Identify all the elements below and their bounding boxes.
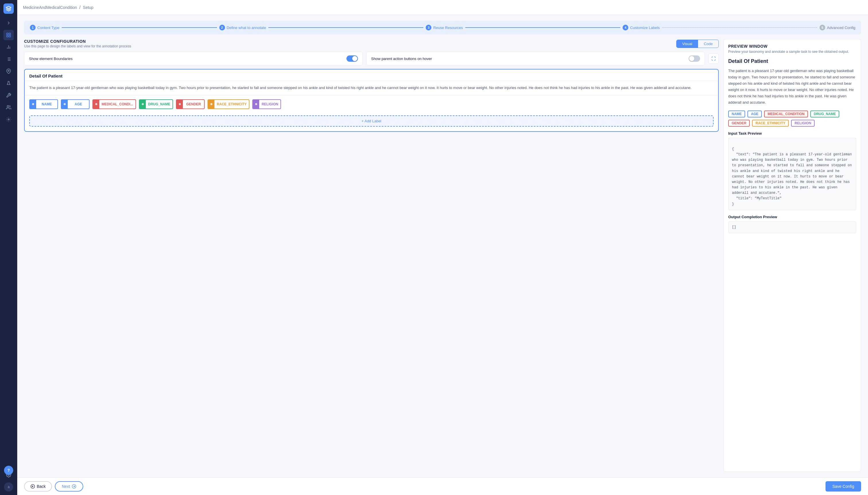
step-line-1 [62, 27, 217, 28]
editor-text: The patient is a pleasant 17-year-old ge… [25, 81, 718, 95]
label-text-age: AGE [68, 101, 89, 107]
preview-tag-religion[interactable]: RELIGION [791, 120, 815, 126]
view-code-button[interactable]: Code [698, 40, 718, 48]
help-button[interactable]: ? [4, 466, 13, 475]
step-1[interactable]: 1 Content Type [30, 25, 59, 31]
preview-text: The patient is a pleasant 17-year-old ge… [728, 68, 856, 106]
collapse-sidebar-button[interactable] [3, 18, 14, 28]
preview-content-title: Detail Of Patient [728, 58, 856, 64]
output-preview-label: Output Completion Preview [728, 215, 856, 219]
sidebar-item-location[interactable] [3, 66, 14, 76]
step-4[interactable]: 4 Customize Labels [623, 25, 660, 31]
fullscreen-button[interactable] [708, 53, 719, 64]
label-chip-medical[interactable]: ⊛ MEDICAL_CONDI... [92, 99, 136, 109]
editor-section-title: Detail Of Patient [25, 69, 718, 81]
step-2[interactable]: 2 Define what to annotate [219, 25, 266, 31]
steps-bar: 1 Content Type 2 Define what to annotate… [24, 21, 861, 34]
output-preview-code: [] [728, 221, 856, 233]
svg-rect-1 [9, 33, 11, 34]
label-text-drug: DRUG_NAME [146, 101, 173, 107]
label-text-religion: RELIGION [259, 101, 280, 107]
step-2-label: Define what to annotate [227, 25, 266, 30]
svg-point-14 [7, 105, 9, 107]
view-visual-button[interactable]: Visual [677, 40, 698, 48]
back-button[interactable]: Back [24, 481, 52, 492]
label-chip-drug[interactable]: ⊛ DRUG_NAME [139, 99, 173, 109]
step-2-num: 2 [219, 25, 225, 31]
step-5[interactable]: 5 Advanced Config [819, 25, 855, 31]
breadcrumb-current: Setup [83, 5, 93, 10]
label-icon-religion: ⊛ [253, 100, 259, 108]
label-icon-drug: ⊛ [139, 100, 146, 108]
main-container: MedicineAndMedicalCondition / Setup 1 Co… [17, 0, 868, 495]
breadcrumb-separator: / [79, 5, 80, 10]
breadcrumb-project[interactable]: MedicineAndMedicalCondition [23, 5, 77, 10]
sidebar-item-analytics[interactable] [3, 42, 14, 52]
next-button[interactable]: Next [55, 481, 83, 492]
svg-rect-2 [9, 36, 11, 37]
toggle-boundaries-label: Show element Boundaries [29, 56, 73, 61]
label-text-gender: GENDER [183, 101, 204, 107]
label-icon-medical: ⊛ [93, 100, 99, 108]
label-text-name: NAME [36, 101, 57, 107]
toggle-hover-label: Show parent action buttons on hover [371, 56, 432, 61]
preview-subtitle: Preview your taxonomy and annotate a sam… [728, 50, 856, 54]
step-3[interactable]: 3 Reuse Resources [426, 25, 463, 31]
panel-title: CUSTOMIZE CONFIGURATION [24, 39, 131, 44]
step-line-2 [268, 27, 423, 28]
step-4-num: 4 [623, 25, 628, 31]
svg-rect-0 [6, 33, 8, 34]
label-icon-race: ⊛ [208, 100, 214, 108]
toggle-hover-card: Show parent action buttons on hover [366, 52, 705, 66]
sidebar: ? a [0, 0, 17, 495]
content-area: 1 Content Type 2 Define what to annotate… [17, 15, 868, 477]
preview-panel: PREVIEW WINDOW Preview your taxonomy and… [723, 39, 861, 472]
preview-tag-race[interactable]: RACE_ETHNICITY [752, 120, 789, 126]
user-avatar[interactable]: a [4, 482, 13, 492]
step-1-label: Content Type [37, 25, 59, 30]
label-chip-name[interactable]: ⊛ NAME [29, 99, 58, 109]
svg-point-15 [8, 119, 10, 120]
step-3-num: 3 [426, 25, 431, 31]
svg-point-13 [8, 70, 10, 71]
footer-left: Back Next [24, 481, 83, 492]
label-chip-race[interactable]: ⊛ RACE_ETHNICITY [208, 99, 249, 109]
label-chip-religion[interactable]: ⊛ RELIGION [252, 99, 281, 109]
sidebar-item-flask[interactable] [3, 78, 14, 88]
step-4-label: Customize Labels [630, 25, 660, 30]
svg-rect-3 [6, 36, 8, 37]
toggle-boundaries-switch[interactable] [346, 55, 358, 62]
labels-area: ⊛ NAME ⊛ AGE ⊛ MEDICAL_CONDI... [25, 95, 718, 113]
input-preview-label: Input Task Preview [728, 131, 856, 136]
sidebar-item-dashboard[interactable] [3, 30, 14, 40]
step-line-3 [465, 27, 620, 28]
toggle-boundaries-card: Show element Boundaries [24, 52, 363, 66]
label-chip-gender[interactable]: ⊛ GENDER [176, 99, 205, 109]
sidebar-item-tools[interactable] [3, 90, 14, 101]
label-icon-name: ⊛ [30, 100, 36, 108]
app-logo[interactable] [3, 3, 14, 14]
preview-tag-age[interactable]: AGE [747, 110, 762, 117]
preview-tag-medical[interactable]: MEDICAL_CONDITION [764, 110, 808, 117]
preview-title: PREVIEW WINDOW [728, 44, 856, 49]
label-icon-gender: ⊛ [176, 100, 183, 108]
step-5-num: 5 [819, 25, 825, 31]
add-label-button[interactable]: + Add Label [29, 116, 714, 126]
preview-tags: NAME AGE MEDICAL_CONDITION DRUG_NAME GEN… [728, 110, 856, 126]
panel-subtitle: Use this page to design the labels and v… [24, 44, 131, 48]
preview-tag-drug[interactable]: DRUG_NAME [810, 110, 839, 117]
sidebar-item-integrations[interactable] [3, 114, 14, 125]
step-1-num: 1 [30, 25, 36, 31]
topbar: MedicineAndMedicalCondition / Setup [17, 0, 868, 15]
save-config-button[interactable]: Save Config [826, 481, 861, 492]
label-chip-age[interactable]: ⊛ AGE [61, 99, 90, 109]
preview-tag-gender[interactable]: GENDER [728, 120, 750, 126]
footer: Back Next Save Config [17, 477, 868, 495]
preview-tag-name[interactable]: NAME [728, 110, 745, 117]
sidebar-item-list[interactable] [3, 54, 14, 64]
sidebar-item-team[interactable] [3, 102, 14, 113]
toggle-hover-switch[interactable] [689, 55, 700, 62]
input-preview-code: { "text": "The patient is a pleasant 17-… [728, 138, 856, 210]
view-toggle: Visual Code [676, 40, 719, 48]
right-panel: PREVIEW WINDOW Preview your taxonomy and… [723, 39, 861, 472]
